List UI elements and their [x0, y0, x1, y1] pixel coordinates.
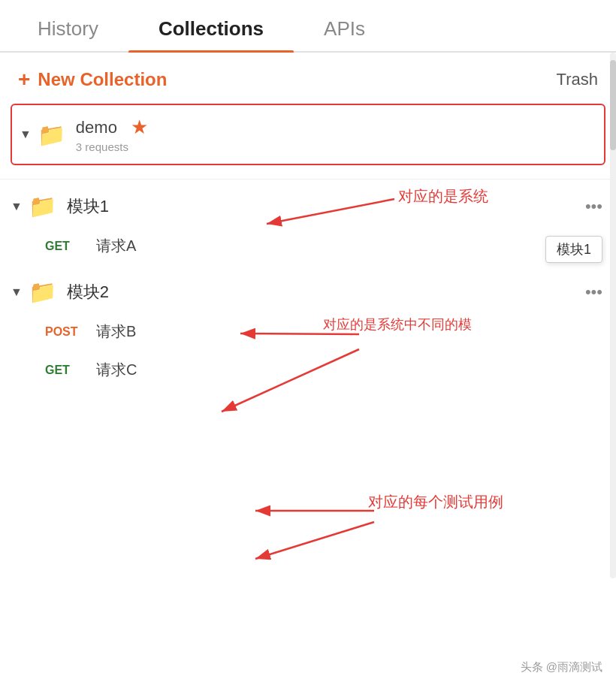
- module2-dots-icon[interactable]: •••: [585, 282, 602, 302]
- collection-list: ▼ 📁 demo ★ 3 requests ▼ 📁 模块1 ••• GET 请求…: [0, 104, 616, 389]
- tab-apis[interactable]: APIs: [294, 10, 395, 51]
- svg-line-5: [255, 522, 374, 559]
- tab-collections[interactable]: Collections: [128, 10, 294, 51]
- request-c-item[interactable]: GET 请求C: [0, 351, 616, 389]
- module1-folder-icon: 📁: [29, 193, 56, 219]
- chevron-icon[interactable]: ▼: [20, 128, 32, 141]
- scrollbar-thumb[interactable]: [610, 60, 616, 150]
- module1-dots-icon[interactable]: •••: [585, 197, 602, 216]
- request-c-name: 请求C: [96, 360, 137, 380]
- scrollbar[interactable]: [610, 53, 616, 578]
- request-b-item[interactable]: POST 请求B: [0, 312, 616, 351]
- tab-history[interactable]: History: [8, 10, 128, 51]
- annotation-testcases: 对应的每个测试用例: [368, 492, 503, 512]
- trash-button[interactable]: Trash: [557, 70, 598, 89]
- get-badge-c: GET: [45, 364, 84, 377]
- get-badge-a: GET: [45, 240, 84, 253]
- annotation-system: 对应的是系统: [398, 186, 488, 207]
- module1-chevron[interactable]: ▼: [11, 200, 23, 213]
- demo-sub: 3 requests: [76, 140, 592, 153]
- new-collection-label: New Collection: [38, 69, 167, 90]
- watermark: 头条 @雨滴测试: [521, 660, 602, 674]
- module1-name: 模块1: [67, 195, 585, 218]
- plus-icon: +: [18, 68, 30, 92]
- post-badge-b: POST: [45, 325, 84, 339]
- tab-bar: History Collections APIs: [0, 0, 616, 53]
- toolbar: + New Collection Trash: [0, 53, 616, 104]
- module2-folder-icon: 📁: [29, 279, 56, 305]
- demo-info: demo ★ 3 requests: [76, 116, 592, 153]
- request-a-item[interactable]: GET 请求A 模块1: [0, 227, 616, 265]
- star-icon: ★: [131, 116, 148, 139]
- new-collection-button[interactable]: + New Collection: [18, 68, 167, 92]
- folder-icon: 📁: [38, 122, 65, 148]
- request-b-name: 请求B: [96, 321, 136, 342]
- module1-header: ▼ 📁 模块1 •••: [0, 180, 616, 227]
- demo-collection-item[interactable]: ▼ 📁 demo ★ 3 requests: [11, 104, 605, 165]
- module2-chevron[interactable]: ▼: [11, 285, 23, 299]
- request-a-name: 请求A: [96, 236, 136, 256]
- module2-header: ▼ 📁 模块2 •••: [0, 265, 616, 312]
- annotation-modules: 对应的是系统中不同的模: [323, 315, 472, 333]
- module2-name: 模块2: [67, 281, 585, 303]
- module1-tooltip: 模块1: [545, 236, 602, 263]
- demo-name: demo: [76, 118, 117, 137]
